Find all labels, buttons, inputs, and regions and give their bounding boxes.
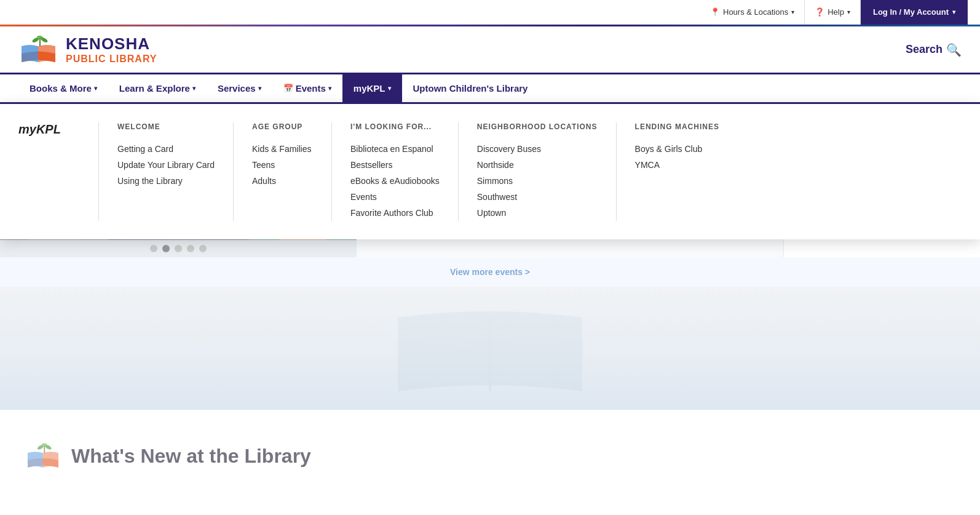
nav-services[interactable]: Services ▾ xyxy=(207,74,272,102)
mega-col-looking-for: I'M LOOKING FOR... Biblioteca en Espanol… xyxy=(331,122,458,221)
chevron-events-icon: ▾ xyxy=(328,85,331,92)
whats-new-book-icon xyxy=(25,441,61,471)
slide-dot-4[interactable] xyxy=(187,245,194,252)
calendar-icon: 📅 xyxy=(283,84,293,93)
whats-new-section: What's New at the Library xyxy=(0,410,980,490)
help-link[interactable]: ❓ Help ▾ xyxy=(805,0,861,25)
help-icon: ❓ xyxy=(815,7,824,17)
mega-col-neighborhood: NEIGHBORHOOD LOCATIONS Discovery Buses N… xyxy=(458,122,616,221)
age-link-adults[interactable]: Adults xyxy=(252,173,313,189)
main-navigation: Books & More ▾ Learn & Explore ▾ Service… xyxy=(0,74,980,103)
site-header: KENOSHA PUBLIC LIBRARY Search 🔍 xyxy=(0,26,980,74)
search-area[interactable]: Search 🔍 xyxy=(906,42,962,57)
nav-learn-explore[interactable]: Learn & Explore ▾ xyxy=(108,74,207,102)
looking-link-ebooks[interactable]: eBooks & eAudiobooks xyxy=(350,173,440,189)
lending-link-ymca[interactable]: YMCA xyxy=(635,157,721,173)
chevron-down-icon-login: ▾ xyxy=(952,9,955,15)
nav-events[interactable]: 📅 Events ▾ xyxy=(272,74,342,102)
lending-col-title: LENDING MACHINES xyxy=(635,122,721,131)
login-button[interactable]: Log In / My Account ▾ xyxy=(861,0,968,25)
welcome-link-1[interactable]: Getting a Card xyxy=(117,141,215,157)
nav-mykpl[interactable]: myKPL ▾ xyxy=(342,74,402,102)
logo-text: KENOSHA PUBLIC LIBRARY xyxy=(66,34,157,65)
whats-new-title: What's New at the Library xyxy=(71,445,311,468)
slide-dot-1[interactable] xyxy=(150,245,157,252)
welcome-col-title: WELCOME xyxy=(117,122,215,131)
chevron-learn-icon: ▾ xyxy=(192,85,196,92)
bg-book-section xyxy=(0,287,980,410)
looking-link-events[interactable]: Events xyxy=(350,189,440,205)
neighborhood-link-northside[interactable]: Northside xyxy=(477,157,598,173)
neighborhood-link-southwest[interactable]: Southwest xyxy=(477,189,598,205)
background-book-graphic xyxy=(367,293,613,404)
slide-dot-3[interactable] xyxy=(175,245,182,252)
mykpl-mega-menu: myKPL WELCOME Getting a Card Update Your… xyxy=(0,102,980,239)
nav-uptown[interactable]: Uptown Children's Library xyxy=(402,74,539,102)
search-icon: 🔍 xyxy=(946,42,962,57)
top-bar-links: 📍 Hours & Locations ▾ ❓ Help ▾ Log In / … xyxy=(700,0,968,25)
age-link-kids[interactable]: Kids & Families xyxy=(252,141,313,157)
chevron-down-icon-help: ▾ xyxy=(847,9,850,15)
chevron-services-icon: ▾ xyxy=(258,85,261,92)
looking-for-col-title: I'M LOOKING FOR... xyxy=(350,122,440,131)
hours-locations-link[interactable]: 📍 Hours & Locations ▾ xyxy=(700,0,805,25)
age-link-teens[interactable]: Teens xyxy=(252,157,313,173)
logo-subtitle: PUBLIC LIBRARY xyxy=(66,54,157,65)
neighborhood-link-uptown[interactable]: Uptown xyxy=(477,205,598,221)
slide-dot-5[interactable] xyxy=(199,245,207,252)
mega-menu-label: myKPL xyxy=(12,122,98,221)
chevron-books-icon: ▾ xyxy=(94,85,97,92)
slide-dot-2[interactable] xyxy=(162,245,170,252)
logo-title: KENOSHA xyxy=(66,34,157,54)
chevron-down-icon: ▾ xyxy=(791,9,794,15)
welcome-link-2[interactable]: Update Your Library Card xyxy=(117,157,215,173)
neighborhood-link-discovery[interactable]: Discovery Buses xyxy=(477,141,598,157)
logo-area[interactable]: KENOSHA PUBLIC LIBRARY xyxy=(18,33,157,66)
age-group-col-title: AGE GROUP xyxy=(252,122,313,131)
view-more-events-link[interactable]: View more events > xyxy=(0,257,980,287)
mega-col-welcome: WELCOME Getting a Card Update Your Libra… xyxy=(98,122,233,221)
library-logo-icon xyxy=(18,33,58,66)
chevron-mykpl-icon: ▾ xyxy=(388,85,391,92)
lending-link-boys-girls[interactable]: Boys & Girls Club xyxy=(635,141,721,157)
neighborhood-col-title: NEIGHBORHOOD LOCATIONS xyxy=(477,122,598,131)
top-bar: 📍 Hours & Locations ▾ ❓ Help ▾ Log In / … xyxy=(0,0,980,25)
whats-new-header: What's New at the Library xyxy=(25,441,955,471)
looking-link-bestsellers[interactable]: Bestsellers xyxy=(350,157,440,173)
looking-link-fav-authors[interactable]: Favorite Authors Club xyxy=(350,205,440,221)
location-icon: 📍 xyxy=(710,7,720,17)
mega-col-age-group: AGE GROUP Kids & Families Teens Adults xyxy=(233,122,331,221)
nav-books-more[interactable]: Books & More ▾ xyxy=(18,74,108,102)
search-label: Search xyxy=(906,43,942,56)
welcome-link-3[interactable]: Using the Library xyxy=(117,173,215,189)
mega-col-lending: LENDING MACHINES Boys & Girls Club YMCA xyxy=(616,122,739,221)
neighborhood-link-simmons[interactable]: Simmons xyxy=(477,173,598,189)
slide-dots xyxy=(0,240,357,257)
looking-link-biblioteca[interactable]: Biblioteca en Espanol xyxy=(350,141,440,157)
